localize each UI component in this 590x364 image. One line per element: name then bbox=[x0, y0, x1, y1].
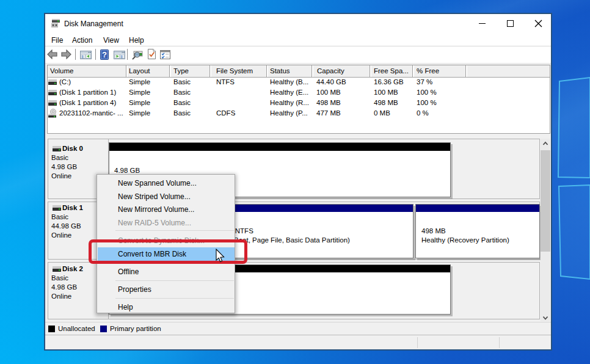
svg-text:?: ? bbox=[102, 50, 107, 59]
